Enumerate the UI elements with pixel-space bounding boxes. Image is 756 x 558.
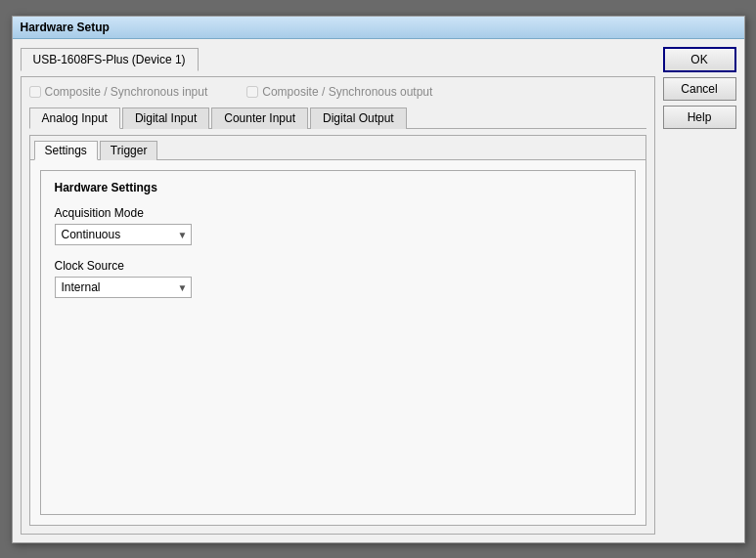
device-tab[interactable]: USB-1608FS-Plus (Device 1): [21, 48, 199, 71]
inner-tab-trigger[interactable]: Trigger: [100, 141, 158, 160]
tab-counter-input[interactable]: Counter Input: [211, 107, 308, 129]
tab-digital-output[interactable]: Digital Output: [310, 107, 407, 129]
main-area: USB-1608FS-Plus (Device 1) Composite / S…: [21, 47, 655, 535]
checkbox-row: Composite / Synchronous input Composite …: [29, 85, 646, 99]
composite-input-checkbox[interactable]: [29, 86, 41, 98]
device-panel: Composite / Synchronous input Composite …: [21, 76, 655, 535]
hardware-settings-title: Hardware Settings: [55, 181, 621, 194]
composite-output-label: Composite / Synchronous output: [262, 85, 432, 99]
side-buttons: OK Cancel Help: [663, 47, 736, 535]
hardware-settings-box: Hardware Settings Acquisition Mode Conti…: [40, 170, 636, 515]
cancel-button[interactable]: Cancel: [663, 77, 736, 101]
tab-digital-input[interactable]: Digital Input: [122, 107, 209, 129]
inner-tab-settings[interactable]: Settings: [34, 141, 98, 160]
hardware-setup-window: Hardware Setup USB-1608FS-Plus (Device 1…: [12, 16, 745, 543]
window-title: Hardware Setup: [21, 21, 110, 34]
composite-input-checkbox-item: Composite / Synchronous input: [29, 85, 208, 99]
inner-tabs-row: Settings Trigger: [30, 136, 645, 160]
composite-output-checkbox[interactable]: [246, 86, 258, 98]
acquisition-mode-group: Acquisition Mode Continuous Single Value…: [55, 206, 621, 245]
acquisition-mode-dropdown-wrapper: Continuous Single Value Burst ▼: [55, 224, 192, 245]
tab-analog-input[interactable]: Analog Input: [29, 107, 120, 129]
acquisition-mode-label: Acquisition Mode: [55, 206, 621, 220]
ok-button[interactable]: OK: [663, 47, 736, 72]
title-bar: Hardware Setup: [13, 17, 744, 39]
window-body: USB-1608FS-Plus (Device 1) Composite / S…: [13, 39, 744, 542]
clock-source-label: Clock Source: [55, 259, 621, 273]
composite-input-label: Composite / Synchronous input: [45, 85, 208, 99]
content-panel: Settings Trigger Hardware Settings Acqui…: [29, 135, 646, 526]
acquisition-mode-select[interactable]: Continuous Single Value Burst: [55, 224, 192, 245]
main-tabs-row: Analog Input Digital Input Counter Input…: [29, 107, 646, 129]
help-button[interactable]: Help: [663, 106, 736, 129]
clock-source-dropdown-wrapper: Internal External ▼: [55, 277, 192, 298]
composite-output-checkbox-item: Composite / Synchronous output: [246, 85, 432, 99]
clock-source-group: Clock Source Internal External ▼: [55, 259, 621, 298]
clock-source-select[interactable]: Internal External: [55, 277, 192, 298]
